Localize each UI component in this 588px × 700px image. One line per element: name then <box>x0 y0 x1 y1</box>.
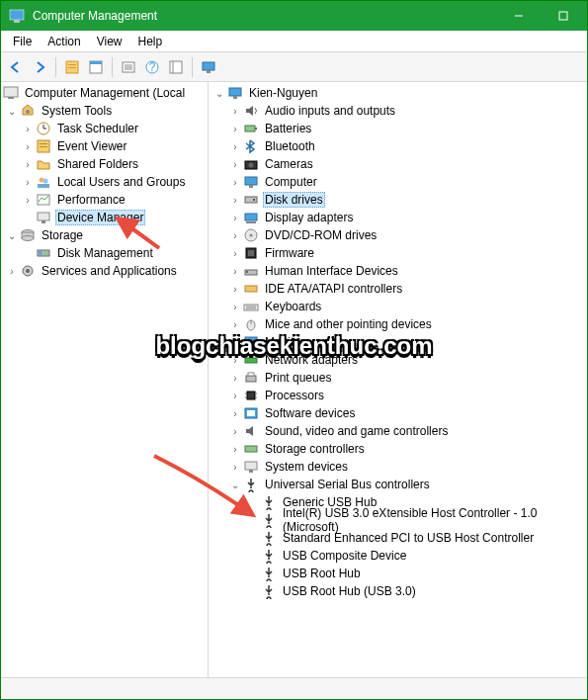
toolbar-refresh-button[interactable] <box>165 56 187 78</box>
expander-icon[interactable]: › <box>228 353 242 367</box>
expander-icon[interactable]: › <box>228 175 242 189</box>
usb-icon <box>243 477 259 492</box>
menu-file[interactable]: File <box>5 33 40 50</box>
expander-icon[interactable]: ⌄ <box>228 478 242 491</box>
device-usb-root-hub[interactable]: USB Root Hub <box>209 565 587 582</box>
expander-icon[interactable]: › <box>21 175 35 189</box>
expander-icon[interactable]: ⌄ <box>212 86 226 100</box>
toolbar-export-button[interactable] <box>118 56 139 78</box>
expander-icon[interactable]: › <box>228 211 242 224</box>
device-usb-standard[interactable]: Standard Enhanced PCI to USB Host Contro… <box>209 529 587 547</box>
device-bluetooth[interactable]: ›Bluetooth <box>209 137 587 155</box>
expander-icon[interactable]: › <box>228 139 242 153</box>
device-tree[interactable]: ⌄ Kien-Nguyen ›Audio inputs and outputs … <box>209 82 587 677</box>
device-usb-composite[interactable]: USB Composite Device <box>209 547 587 565</box>
device-cameras[interactable]: ›Cameras <box>209 155 587 173</box>
tree-label: USB Composite Device <box>281 549 408 563</box>
tree-system-tools[interactable]: ⌄ System Tools <box>1 102 208 120</box>
expander-icon[interactable]: › <box>21 193 35 207</box>
expander-icon[interactable]: › <box>228 424 242 438</box>
expander-icon[interactable]: › <box>228 406 242 420</box>
device-audio[interactable]: ›Audio inputs and outputs <box>209 102 587 120</box>
menu-view[interactable]: View <box>89 33 130 50</box>
device-software[interactable]: ›Software devices <box>209 404 587 422</box>
tree-event-viewer[interactable]: › Event Viewer <box>1 137 208 155</box>
device-sound[interactable]: ›Sound, video and game controllers <box>209 422 587 440</box>
expander-icon[interactable]: › <box>228 371 242 385</box>
expander-icon[interactable]: › <box>228 193 242 207</box>
expander-icon[interactable]: ⌄ <box>5 228 19 242</box>
console-tree[interactable]: Computer Management (Local ⌄ System Tool… <box>1 82 209 677</box>
expander-icon[interactable]: › <box>228 157 242 171</box>
tree-label: Mice and other pointing devices <box>263 317 434 331</box>
sound-icon <box>243 423 259 439</box>
tree-performance[interactable]: › Performance <box>1 191 208 209</box>
tree-label: Cameras <box>263 157 315 171</box>
tree-shared-folders[interactable]: › Shared Folders <box>1 155 208 173</box>
device-computer[interactable]: ›Computer <box>209 173 587 191</box>
tree-local-users[interactable]: › Local Users and Groups <box>1 173 208 191</box>
expander-icon[interactable]: › <box>228 264 242 278</box>
device-monitors[interactable]: ›Monitors <box>209 333 587 351</box>
svg-rect-1 <box>14 20 20 23</box>
device-network[interactable]: ›Network adapters <box>209 351 587 369</box>
tree-device-manager[interactable]: Device Manager <box>1 209 208 226</box>
firmware-icon <box>243 245 259 261</box>
expander-icon[interactable]: › <box>21 122 35 135</box>
device-storage-controllers[interactable]: ›Storage controllers <box>209 440 587 458</box>
tree-task-scheduler[interactable]: › Task Scheduler <box>1 120 208 137</box>
toolbar-monitor-button[interactable] <box>198 56 219 78</box>
device-ide[interactable]: ›IDE ATA/ATAPI controllers <box>209 280 587 298</box>
expander-icon[interactable]: › <box>228 246 242 260</box>
device-system[interactable]: ›System devices <box>209 458 587 476</box>
expander-icon[interactable]: › <box>228 104 242 118</box>
expander-icon[interactable]: › <box>228 300 242 313</box>
back-button[interactable] <box>5 56 27 78</box>
expander-icon[interactable]: › <box>228 317 242 331</box>
expander-icon[interactable]: › <box>21 157 35 171</box>
menu-help[interactable]: Help <box>130 33 171 50</box>
maximize-button[interactable] <box>541 1 585 31</box>
expander-icon[interactable]: › <box>228 460 242 474</box>
device-keyboards[interactable]: ›Keyboards <box>209 298 587 315</box>
expander-icon[interactable]: › <box>5 264 19 278</box>
tree-root[interactable]: Computer Management (Local <box>1 84 208 102</box>
tree-disk-management[interactable]: Disk Management <box>1 244 208 262</box>
device-print-queues[interactable]: ›Print queues <box>209 369 587 387</box>
expander-icon[interactable]: › <box>228 228 242 242</box>
minimize-button[interactable] <box>496 1 541 31</box>
expander-icon[interactable]: › <box>228 442 242 456</box>
expander-icon[interactable]: › <box>228 282 242 296</box>
statusbar <box>1 677 587 699</box>
device-firmware[interactable]: ›Firmware <box>209 244 587 262</box>
toolbar-properties-button[interactable] <box>85 56 107 78</box>
device-display-adapters[interactable]: ›Display adapters <box>209 209 587 226</box>
expander-icon[interactable]: › <box>228 389 242 402</box>
svg-rect-78 <box>247 410 255 416</box>
tree-storage[interactable]: ⌄ Storage <box>1 226 208 244</box>
tree-label: Human Interface Devices <box>263 264 400 278</box>
device-root[interactable]: ⌄ Kien-Nguyen <box>209 84 587 102</box>
device-disk-drives[interactable]: ›Disk drives <box>209 191 587 209</box>
device-dvd[interactable]: ›DVD/CD-ROM drives <box>209 226 587 244</box>
forward-button[interactable] <box>29 56 50 78</box>
tree-services[interactable]: › Services and Applications <box>1 262 208 280</box>
device-mice[interactable]: ›Mice and other pointing devices <box>209 315 587 333</box>
hid-icon <box>243 263 259 279</box>
expander-icon[interactable]: › <box>21 139 35 153</box>
device-usb[interactable]: ⌄Universal Serial Bus controllers <box>209 476 587 493</box>
menu-action[interactable]: Action <box>40 33 88 50</box>
tree-label: DVD/CD-ROM drives <box>263 228 378 242</box>
tree-label: IDE ATA/ATAPI controllers <box>263 282 404 296</box>
expander-icon[interactable]: ⌄ <box>5 104 19 118</box>
expander-icon[interactable]: › <box>228 335 242 349</box>
device-usb-root-hub-3[interactable]: USB Root Hub (USB 3.0) <box>209 582 587 600</box>
device-hid[interactable]: ›Human Interface Devices <box>209 262 587 280</box>
expander-icon[interactable]: › <box>228 122 242 135</box>
processor-icon <box>243 388 259 403</box>
device-processors[interactable]: ›Processors <box>209 387 587 404</box>
device-batteries[interactable]: ›Batteries <box>209 120 587 137</box>
device-usb-intel[interactable]: Intel(R) USB 3.0 eXtensible Host Control… <box>209 511 587 529</box>
toolbar-show-hide-button[interactable] <box>61 56 83 78</box>
toolbar-help-button[interactable]: ? <box>141 56 163 78</box>
